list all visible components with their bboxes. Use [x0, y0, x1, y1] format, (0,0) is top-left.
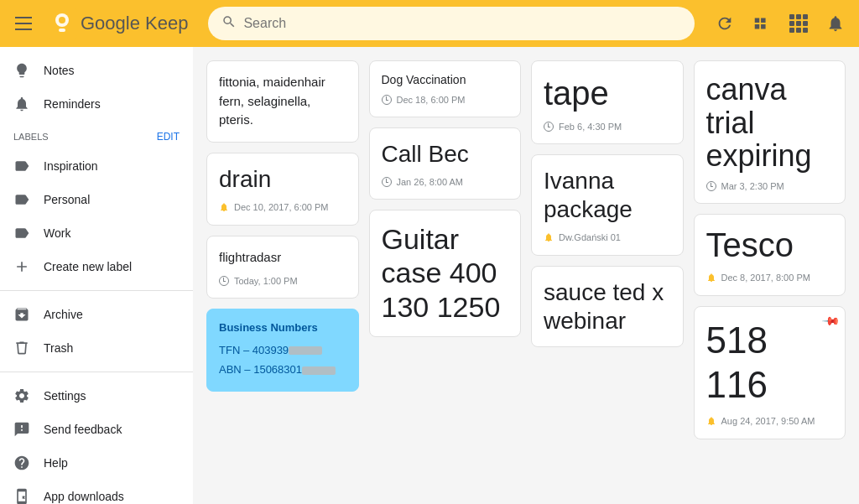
help-icon: [13, 455, 30, 471]
note-body: Ivanna package: [544, 167, 671, 223]
note-body: 518 116: [706, 319, 834, 408]
notes-label: Notes: [44, 64, 75, 77]
note-guitar-case[interactable]: Guitar case 400 130 1250: [369, 210, 522, 337]
note-meta: Mar 3, 2:30 PM: [706, 181, 834, 191]
view-toggle-button[interactable]: [745, 7, 778, 40]
clock-icon: [706, 181, 716, 191]
note-drain[interactable]: drain Dec 10, 2017, 6:00 PM: [206, 153, 359, 226]
note-meta: Today, 1:00 PM: [219, 276, 346, 286]
clock-icon: [544, 122, 554, 132]
app-title: Google Keep: [81, 13, 188, 34]
reminder-icon: [706, 272, 716, 283]
note-flightradasr[interactable]: flightradasr Today, 1:00 PM: [206, 236, 359, 299]
note-title: Dog Vaccination: [382, 73, 509, 86]
note-meta: Dw.Gdański 01: [544, 231, 671, 243]
reminder-bell-icon: [13, 96, 30, 112]
sidebar-item-inspiration[interactable]: Inspiration: [0, 149, 180, 183]
sidebar-item-reminders[interactable]: Reminders: [0, 87, 180, 121]
note-time: Aug 24, 2017, 9:50 AM: [721, 416, 815, 426]
archive-label: Archive: [44, 308, 83, 321]
trash-icon: [13, 340, 30, 356]
note-time: Dec 10, 2017, 6:00 PM: [234, 202, 329, 212]
note-body: sauce ted x webinar: [544, 278, 671, 335]
feedback-label: Send feedback: [44, 423, 122, 436]
lightbulb-icon: [13, 62, 30, 79]
menu-button[interactable]: [7, 7, 40, 40]
note-line-1: TFN – 403939: [219, 340, 346, 360]
apps-grid-icon: [789, 14, 808, 33]
reminders-label: Reminders: [44, 97, 101, 111]
label-icon-inspiration: [13, 158, 30, 174]
note-meta: Dec 8, 2017, 8:00 PM: [706, 272, 834, 283]
note-body: Guitar case 400 130 1250: [382, 222, 509, 325]
sidebar-item-app-downloads[interactable]: App downloads: [0, 480, 180, 504]
sidebar-item-feedback[interactable]: Send feedback: [0, 413, 180, 446]
location-icon: [544, 231, 554, 243]
label-icon-work: [13, 225, 30, 242]
labels-section-header: Labels EDIT: [0, 124, 193, 149]
search-input[interactable]: [243, 16, 681, 31]
sidebar-item-notes[interactable]: Notes: [0, 54, 180, 87]
trash-label: Trash: [44, 341, 73, 355]
edit-labels-link[interactable]: EDIT: [157, 131, 180, 143]
note-canva[interactable]: canva trial expiring Mar 3, 2:30 PM: [694, 60, 846, 204]
clock-icon: [219, 276, 229, 286]
notes-grid: fittonia, maidenhair fern, selaginella, …: [193, 47, 859, 504]
sidebar-item-archive[interactable]: Archive: [0, 298, 180, 331]
apps-button[interactable]: [782, 7, 815, 40]
app-downloads-label: App downloads: [44, 490, 124, 503]
note-time: Today, 1:00 PM: [234, 276, 298, 286]
settings-icon: [13, 387, 30, 404]
note-line-2: ABN – 15068301: [219, 360, 346, 379]
sidebar-item-help[interactable]: Help: [0, 446, 180, 480]
note-body: tape: [544, 73, 671, 113]
note-meta: Dec 18, 6:00 PM: [382, 95, 509, 105]
note-time: Dec 8, 2017, 8:00 PM: [721, 273, 810, 283]
note-time: Mar 3, 2:30 PM: [721, 181, 784, 191]
note-meta: Dec 10, 2017, 6:00 PM: [219, 201, 346, 213]
note-meta: Jan 26, 8:00 AM: [382, 177, 509, 187]
add-icon: [13, 258, 30, 275]
note-ivanna-package[interactable]: Ivanna package Dw.Gdański 01: [531, 154, 684, 256]
notifications-button[interactable]: [819, 7, 852, 40]
note-tesco[interactable]: Tesco Dec 8, 2017, 8:00 PM: [694, 214, 846, 296]
app-header: Google Keep: [0, 0, 859, 47]
sidebar-item-trash[interactable]: Trash: [0, 331, 180, 365]
refresh-button[interactable]: [708, 7, 742, 40]
hamburger-icon: [15, 17, 32, 30]
personal-label: Personal: [44, 193, 90, 206]
note-sauce-ted[interactable]: sauce ted x webinar: [531, 266, 684, 347]
reminder-icon: [219, 201, 229, 213]
search-bar[interactable]: [208, 7, 695, 40]
sidebar-divider-2: [0, 372, 193, 372]
note-body: canva trial expiring: [706, 73, 834, 173]
sidebar-item-personal[interactable]: Personal: [0, 183, 180, 216]
search-icon: [221, 14, 237, 34]
sidebar-item-work[interactable]: Work: [0, 216, 180, 250]
note-dog-vaccination[interactable]: Dog Vaccination Dec 18, 6:00 PM: [369, 60, 522, 117]
note-time: Jan 26, 8:00 AM: [397, 177, 464, 187]
sidebar: Notes Reminders Labels EDIT Inspiration …: [0, 47, 193, 504]
note-time: Dec 18, 6:00 PM: [397, 95, 466, 105]
note-business-numbers[interactable]: Business Numbers TFN – 403939 ABN – 1506…: [206, 309, 359, 392]
note-518-116[interactable]: 📌 518 116 Aug 24, 2017, 9:50 AM: [694, 306, 846, 440]
clock-icon: [382, 177, 392, 187]
label-icon-personal: [13, 191, 30, 208]
note-fittonia[interactable]: fittonia, maidenhair fern, selaginella, …: [206, 60, 359, 143]
feedback-icon: [13, 421, 30, 438]
labels-heading: Labels: [13, 132, 157, 142]
note-meta: Feb 6, 4:30 PM: [544, 122, 671, 132]
keep-logo-icon: [47, 8, 77, 39]
create-label-text: Create new label: [44, 260, 132, 273]
sidebar-item-create-label[interactable]: Create new label: [0, 250, 180, 283]
note-body: flightradasr: [219, 248, 346, 268]
note-meta: Aug 24, 2017, 9:50 AM: [706, 415, 834, 427]
work-label: Work: [44, 226, 70, 240]
help-label: Help: [44, 456, 68, 470]
app-downloads-icon: [13, 488, 30, 504]
reminder-icon: [706, 415, 716, 427]
inspiration-label: Inspiration: [44, 159, 98, 173]
sidebar-item-settings[interactable]: Settings: [0, 379, 180, 413]
note-call-bec[interactable]: Call Bec Jan 26, 8:00 AM: [369, 127, 522, 200]
note-tape[interactable]: tape Feb 6, 4:30 PM: [531, 60, 684, 144]
